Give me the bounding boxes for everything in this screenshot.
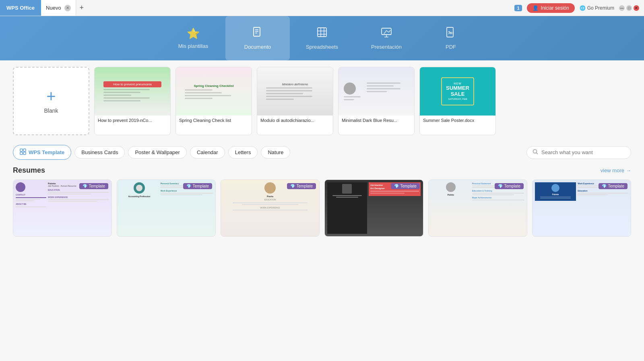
title-bar-right: 1 👤 Iniciar sesión 🌐 Go Premium — □ ✕ xyxy=(514,3,644,13)
presentacion-label: Presentación xyxy=(371,44,402,50)
resume-card-6[interactable]: Palette Work Experience Education 💎 xyxy=(532,179,631,237)
view-more-button[interactable]: view more → xyxy=(601,167,631,173)
minimize-button[interactable]: — xyxy=(619,5,625,11)
svg-rect-4 xyxy=(318,28,326,37)
letters-label: Letters xyxy=(235,149,251,155)
template-thumb-spring: Spring Cleaning Checklist xyxy=(176,67,252,116)
nature-label: Nature xyxy=(268,149,283,155)
close-button[interactable]: ✕ xyxy=(634,5,639,11)
badge-label-2: Template xyxy=(192,184,209,188)
resumes-grid: CONTACT ABOUT ME Palette Job Position - … xyxy=(13,179,631,237)
resumes-title: Resumes xyxy=(13,166,45,175)
badge-label-6: Template xyxy=(608,184,624,188)
badge-label-1: Template xyxy=(89,184,105,188)
notification-badge[interactable]: 1 xyxy=(514,5,522,11)
go-premium-label: Go Premium xyxy=(587,5,614,11)
resume-card-2[interactable]: Accounting Profession Personal Summary W… xyxy=(117,179,216,237)
search-box[interactable] xyxy=(526,146,631,159)
documento-icon xyxy=(252,27,263,41)
signin-button[interactable]: 👤 Iniciar sesión xyxy=(527,3,575,13)
template-title-modulo: Modulo di autodichiarazio... xyxy=(257,116,333,125)
category-presentacion[interactable]: Presentación xyxy=(354,16,419,60)
template-thumb-minimalist xyxy=(339,67,414,116)
recent-templates-row: + Blank How to prevent pneumonia How to … xyxy=(13,67,631,135)
mis-plantillas-icon: ⭐ xyxy=(187,27,200,40)
arrow-right-icon: → xyxy=(626,167,631,173)
maximize-button[interactable]: □ xyxy=(626,5,632,11)
grid-icon xyxy=(20,149,26,156)
template-thumb-summer: NEW SUMMERSALE SATURDAY, FEB xyxy=(420,67,495,116)
blank-template-card[interactable]: + Blank xyxy=(13,67,89,135)
nuevo-label: Nuevo xyxy=(46,5,61,11)
svg-rect-13 xyxy=(20,149,23,151)
template-card-summer[interactable]: NEW SUMMERSALE SATURDAY, FEB Summer Sale… xyxy=(419,67,496,135)
template-badge-3: 💎 Template xyxy=(287,183,316,189)
template-thumb-pneumonia: How to prevent pneumonia xyxy=(95,67,170,116)
template-badge-4: 💎 Template xyxy=(391,183,420,189)
nuevo-tab[interactable]: Nuevo ✕ xyxy=(41,0,76,16)
resume-card-3[interactable]: Paola EDUCATION WORK EXPERIENCE 💎 Templa… xyxy=(221,179,320,237)
blank-label: Blank xyxy=(44,107,58,114)
pdf-label: PDF xyxy=(446,44,456,50)
template-card-modulo[interactable]: Ministero dell'Interno Modulo di autodic… xyxy=(257,67,333,135)
badge-label-4: Template xyxy=(400,184,417,188)
template-badge-2: 💎 Template xyxy=(183,183,212,189)
calendar-label: Calendar xyxy=(197,149,218,155)
resumes-header: Resumes view more → xyxy=(13,166,631,175)
template-title-minimalist: Minimalist Dark Blue Resu... xyxy=(339,116,414,125)
resume-card-1[interactable]: CONTACT ABOUT ME Palette Job Position - … xyxy=(13,179,112,237)
new-tab-button[interactable]: + xyxy=(76,2,87,14)
template-thumb-modulo: Ministero dell'Interno xyxy=(257,67,333,116)
template-badge-5: 💎 Template xyxy=(495,183,524,189)
template-badge-6: 💎 Template xyxy=(599,183,627,189)
badge-label-5: Template xyxy=(504,184,520,188)
wps-template-tab[interactable]: WPS Template xyxy=(13,145,71,160)
spreadsheets-icon xyxy=(316,27,328,41)
tab-poster-wallpaper[interactable]: Poster & Wallpaper xyxy=(128,146,187,159)
category-mis-plantillas[interactable]: ⭐ Mis plantillas xyxy=(161,16,225,60)
template-badge-1: 💎 Template xyxy=(79,183,108,189)
svg-rect-0 xyxy=(254,27,260,36)
search-icon xyxy=(533,149,538,156)
pdf-icon xyxy=(445,27,456,41)
presentacion-icon xyxy=(381,27,392,41)
main-content: + Blank How to prevent pneumonia How to … xyxy=(0,60,644,361)
category-bar: ⭐ Mis plantillas Documento Spreadsheets xyxy=(0,16,644,60)
template-card-pneumonia[interactable]: How to prevent pneumonia How to prevent … xyxy=(94,67,171,135)
category-spreadsheets[interactable]: Spreadsheets xyxy=(290,16,354,60)
app-name: WPS Office xyxy=(6,5,35,11)
template-card-spring[interactable]: Spring Cleaning Checklist Spring Cleanin… xyxy=(175,67,252,135)
badge-label-3: Template xyxy=(296,184,313,188)
category-pdf[interactable]: PDF xyxy=(419,16,483,60)
svg-rect-12 xyxy=(447,27,453,37)
close-tab-button[interactable]: ✕ xyxy=(64,5,71,11)
spreadsheets-label: Spreadsheets xyxy=(306,44,338,50)
business-cards-label: Business Cards xyxy=(81,149,118,155)
resume-card-4[interactable]: Job Intention Art Designer 💎 Template xyxy=(324,179,423,237)
template-title-pneumonia: How to prevent 2019-nCo... xyxy=(95,116,170,125)
template-card-minimalist[interactable]: Minimalist Dark Blue Resu... xyxy=(338,67,415,135)
blank-plus-icon: + xyxy=(46,88,56,104)
svg-line-18 xyxy=(537,153,538,154)
tab-letters[interactable]: Letters xyxy=(228,146,258,159)
title-bar: WPS Office Nuevo ✕ + 1 👤 Iniciar sesión … xyxy=(0,0,644,16)
signin-label: Iniciar sesión xyxy=(541,5,569,11)
search-input[interactable] xyxy=(541,149,622,155)
tab-nature[interactable]: Nature xyxy=(261,146,290,159)
documento-label: Documento xyxy=(244,44,271,50)
svg-rect-16 xyxy=(23,152,26,155)
app-tab[interactable]: WPS Office xyxy=(0,0,41,16)
svg-rect-15 xyxy=(20,152,23,155)
mis-plantillas-label: Mis plantillas xyxy=(178,43,208,49)
crown-icon: 🌐 xyxy=(580,5,586,11)
template-title-spring: Spring Cleaning Check list xyxy=(176,116,252,125)
section-tabs: WPS Template Business Cards Poster & Wal… xyxy=(13,145,631,160)
category-documento[interactable]: Documento xyxy=(225,16,290,60)
user-icon: 👤 xyxy=(533,5,539,11)
svg-point-17 xyxy=(533,149,537,153)
tab-calendar[interactable]: Calendar xyxy=(190,146,225,159)
tab-business-cards[interactable]: Business Cards xyxy=(74,146,125,159)
resume-card-5[interactable]: Palette Personal Statement Education & T… xyxy=(428,179,527,237)
go-premium-button[interactable]: 🌐 Go Premium xyxy=(580,5,614,11)
window-controls: — □ ✕ xyxy=(619,5,639,11)
